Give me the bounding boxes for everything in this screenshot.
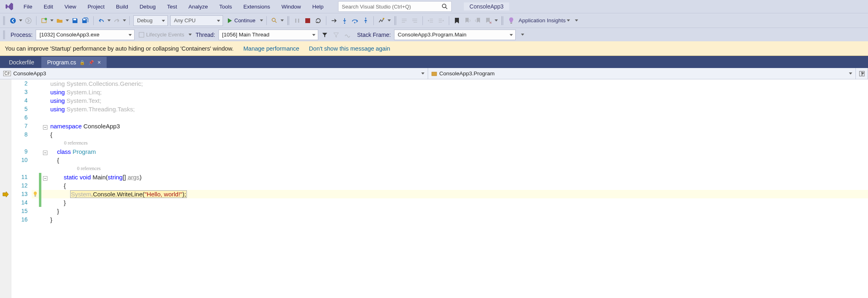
code-line: } [49,208,59,215]
svg-rect-7 [83,19,86,20]
code-line: } [49,199,66,206]
bookmark-dropdown[interactable] [494,19,498,21]
new-project-button[interactable] [39,16,49,26]
svg-point-0 [442,4,446,8]
codelens-references[interactable]: 0 references [49,166,101,172]
save-button[interactable] [70,16,80,26]
process-dropdown[interactable]: [1032] ConsoleApp3.exe [36,30,135,40]
debugbar-overflow[interactable] [521,34,525,36]
nav-split-button[interactable] [856,68,868,79]
continue-dropdown[interactable] [259,19,264,21]
fold-toggle[interactable] [43,176,47,181]
infobar-text: You can improve 'Startup' performance by… [5,45,234,52]
save-all-button[interactable] [81,16,90,26]
pin-icon[interactable]: 📌 [88,60,94,65]
menu-view[interactable]: View [60,2,81,11]
restart-button[interactable] [313,16,323,26]
separator [266,16,267,25]
toolbar-grip[interactable] [394,16,397,25]
toolbar-grip[interactable] [3,30,6,39]
intellitrace-button[interactable] [377,16,386,26]
continue-button[interactable]: Continue [225,15,259,26]
svg-rect-12 [305,18,310,23]
config-dropdown[interactable]: Debug [133,15,168,26]
tab-program-cs[interactable]: Program.cs 🔒 📌 ✕ [41,57,107,68]
thread-value: [1056] Main Thread [222,32,270,38]
config-value: Debug [137,17,152,23]
document-tab-well: Dockerfile Program.cs 🔒 📌 ✕ [0,56,868,68]
open-file-dropdown[interactable] [65,19,69,21]
separator [326,16,326,25]
stop-button[interactable] [303,16,313,26]
manage-performance-link[interactable]: Manage performance [243,45,299,52]
menu-project[interactable]: Project [83,2,109,11]
lifecycle-dropdown[interactable] [188,34,192,36]
menu-window[interactable]: Window [276,2,306,11]
fold-toggle[interactable] [43,125,47,130]
code-line: { [49,182,66,189]
nav-project-dropdown[interactable]: C# ConsoleApp3 [0,68,428,79]
outlining-margin[interactable] [41,79,49,298]
step-into-button[interactable] [340,16,349,26]
code-line: using System.Linq; [49,89,102,96]
find-dropdown[interactable] [280,19,284,21]
code-editor[interactable]: 23456 78 910 111213141516 using System.C… [0,79,868,298]
code-line: static void Main(string[] args) [49,174,141,181]
toolbar-grip[interactable] [3,16,6,25]
undo-dropdown[interactable] [107,19,111,21]
undo-button[interactable] [96,16,106,26]
menu-help[interactable]: Help [307,2,328,11]
nav-class-dropdown[interactable]: ConsoleApp3.Program [428,68,856,79]
bookmark-button[interactable] [452,16,462,26]
app-insights-button[interactable]: Application Insights [519,17,566,23]
platform-dropdown[interactable]: Any CPU [170,15,223,26]
fold-toggle[interactable] [43,151,47,155]
svg-point-8 [272,18,275,21]
codelens-references[interactable]: 0 references [49,140,88,146]
tab-label: Dockerfile [9,59,34,66]
menu-build[interactable]: Build [111,2,133,11]
separator [129,16,130,25]
thread-dropdown[interactable]: [1056] Main Thread [219,30,318,40]
nav-class-value: ConsoleApp3.Program [439,70,495,77]
stackframe-dropdown[interactable]: ConsoleApp3.Program.Main [394,30,516,40]
code-area[interactable]: using System.Collections.Generic; using … [49,79,868,298]
toolbar-grip[interactable] [287,16,290,25]
search-placeholder: Search Visual Studio (Ctrl+Q) [342,4,411,10]
breakpoint-margin[interactable] [0,79,11,298]
lifecycle-events-button[interactable]: Lifecycle Events [136,30,186,40]
code-line: } [49,216,52,223]
show-next-statement-button[interactable] [329,16,339,26]
nav-back-dropdown[interactable] [19,19,23,21]
filter-threads-button[interactable] [320,30,330,40]
nav-back-button[interactable] [8,16,18,26]
lightbulb-icon[interactable] [32,190,39,198]
toolbar-grip[interactable] [502,16,504,25]
svg-rect-31 [510,23,512,23]
toolbar-overflow[interactable] [574,19,579,21]
vs-logo-icon [4,1,15,12]
menu-extensions[interactable]: Extensions [238,2,275,11]
svg-point-3 [26,18,31,23]
step-out-button[interactable] [361,16,371,26]
menu-file[interactable]: File [19,2,37,11]
menu-analyze[interactable]: Analyze [184,2,213,11]
search-input[interactable]: Search Visual Studio (Ctrl+Q) [338,1,452,12]
intellitrace-dropdown[interactable] [387,19,391,21]
close-icon[interactable]: ✕ [97,60,101,65]
bookmark-prev-button [463,16,472,26]
redo-dropdown[interactable] [122,19,126,21]
step-over-button[interactable] [350,16,360,26]
new-project-dropdown[interactable] [50,19,54,21]
find-in-files-button[interactable] [270,16,279,26]
app-insights-dropdown[interactable] [566,19,570,21]
dismiss-infobar-link[interactable]: Don't show this message again [309,45,390,52]
tab-dockerfile[interactable]: Dockerfile [3,57,40,68]
menu-debug[interactable]: Debug [135,2,161,11]
menu-test[interactable]: Test [162,2,182,11]
menu-tools[interactable]: Tools [214,2,237,11]
menu-edit[interactable]: Edit [39,2,58,11]
main-toolbar: Debug Any CPU Continue Application Insig… [0,13,868,28]
separator [93,16,94,25]
open-file-button[interactable] [55,16,64,26]
